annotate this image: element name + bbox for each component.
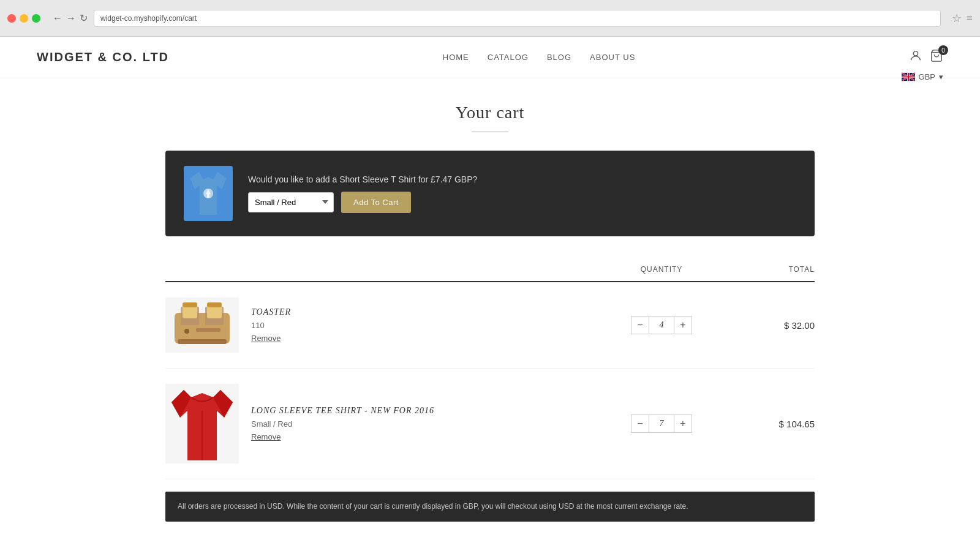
page-content: Your cart Would you like to add a Short … (153, 78, 827, 546)
upsell-controls: Small / Red Small / Blue Medium / Red La… (248, 192, 477, 213)
site-logo[interactable]: WIDGET & CO. LTD (37, 50, 169, 64)
nav-home[interactable]: HOME (443, 53, 469, 62)
cart-item: LONG SLEEVE TEE SHIRT - NEW FOR 2016 Sma… (165, 369, 815, 479)
nav-about[interactable]: ABOUT US (590, 53, 635, 62)
bookmark-icon[interactable]: ☆ (952, 12, 962, 25)
cart-item: TOASTER 110 Remove − 4 + $ 32.00 (165, 282, 815, 369)
svg-rect-16 (196, 328, 221, 332)
item-name: TOASTER (251, 307, 600, 317)
currency-label: GBP (919, 72, 935, 81)
svg-rect-6 (207, 194, 209, 198)
item-quantity-control: − 4 + (600, 316, 723, 334)
quantity-decrease-button[interactable]: − (631, 414, 649, 433)
currency-chevron-icon: ▾ (939, 72, 943, 81)
item-remove-button[interactable]: Remove (251, 334, 600, 343)
svg-rect-13 (207, 302, 222, 307)
item-sku: 110 (251, 321, 600, 330)
item-remove-button[interactable]: Remove (251, 432, 600, 441)
forward-button[interactable]: → (66, 12, 76, 24)
menu-icon[interactable]: ≡ (967, 12, 973, 25)
close-dot[interactable] (7, 14, 16, 23)
back-button[interactable]: ← (53, 12, 62, 24)
item-image-shirt (165, 384, 239, 463)
browser-nav: ← → ↻ (53, 12, 88, 24)
header-icons: 0 (909, 49, 943, 66)
address-bar[interactable] (94, 10, 941, 27)
flag-icon (902, 72, 915, 81)
nav-blog[interactable]: BLOG (547, 53, 571, 62)
toaster-svg (165, 298, 239, 353)
item-details: TOASTER 110 Remove (251, 307, 600, 343)
quantity-header: QUANTITY (600, 265, 723, 274)
item-quantity-control: − 7 + (600, 414, 723, 433)
quantity-increase-button[interactable]: + (674, 414, 692, 433)
item-name: LONG SLEEVE TEE SHIRT - NEW FOR 2016 (251, 406, 600, 416)
svg-rect-14 (178, 339, 227, 344)
svg-point-15 (184, 329, 189, 334)
refresh-button[interactable]: ↻ (80, 12, 88, 24)
currency-selector[interactable]: GBP ▾ (902, 72, 943, 81)
quantity-value: 4 (649, 316, 674, 334)
cart-badge: 0 (938, 45, 948, 55)
site-header: WIDGET & CO. LTD HOME CATALOG BLOG ABOUT… (0, 37, 980, 78)
minimize-dot[interactable] (20, 14, 28, 23)
title-divider (472, 132, 508, 132)
upsell-content: Would you like to add a Short Sleeve T S… (248, 174, 477, 213)
item-details: LONG SLEEVE TEE SHIRT - NEW FOR 2016 Sma… (251, 406, 600, 441)
item-variant: Small / Red (251, 419, 600, 429)
browser-actions: ☆ ≡ (952, 12, 973, 25)
user-icon[interactable] (909, 49, 922, 66)
quantity-decrease-button[interactable]: − (631, 316, 649, 334)
quantity-increase-button[interactable]: + (674, 316, 692, 334)
cart-icon[interactable]: 0 (930, 49, 943, 66)
svg-point-0 (913, 51, 918, 56)
main-nav: HOME CATALOG BLOG ABOUT US (443, 53, 636, 62)
add-to-cart-button[interactable]: Add To Cart (341, 192, 411, 213)
quantity-value: 7 (649, 414, 674, 433)
tshirt-icon (190, 172, 227, 215)
svg-rect-12 (183, 302, 197, 307)
total-header: TOTAL (723, 265, 815, 274)
item-total: $ 32.00 (723, 320, 815, 331)
browser-dots (7, 14, 40, 23)
upsell-message: Would you like to add a Short Sleeve T S… (248, 174, 477, 184)
nav-catalog[interactable]: CATALOG (488, 53, 529, 62)
currency-notice: All orders are processed in USD. While t… (165, 492, 815, 522)
variant-select[interactable]: Small / Red Small / Blue Medium / Red La… (248, 192, 334, 212)
browser-chrome: ← → ↻ ☆ ≡ (0, 0, 980, 37)
page-title: Your cart (165, 103, 815, 122)
shirt-svg (165, 384, 239, 463)
maximize-dot[interactable] (32, 14, 40, 23)
cart-header: QUANTITY TOTAL (165, 258, 815, 282)
upsell-banner: Would you like to add a Short Sleeve T S… (165, 151, 815, 236)
item-total: $ 104.65 (723, 419, 815, 429)
upsell-product-image (184, 166, 233, 221)
item-image-toaster (165, 298, 239, 353)
